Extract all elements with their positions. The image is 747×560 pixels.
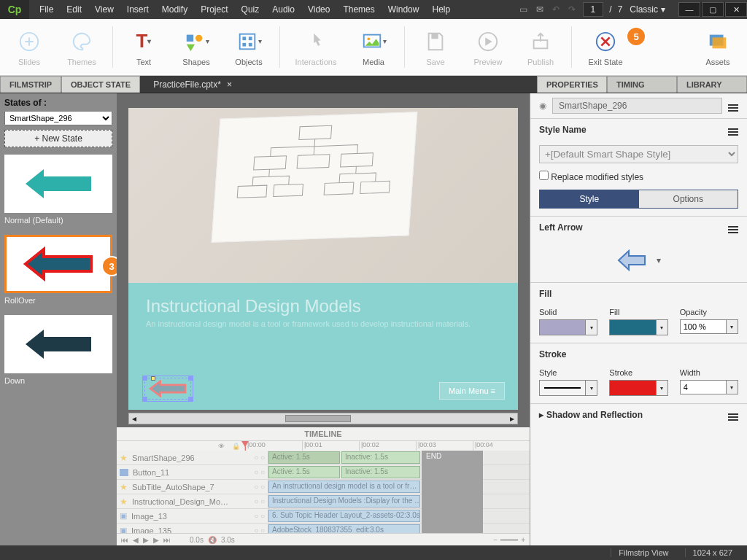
stroke-color-swatch[interactable]: ▾ xyxy=(609,380,667,396)
fill-swatch[interactable]: ▾ xyxy=(609,319,667,335)
close-button[interactable]: ✕ xyxy=(725,2,747,17)
menu-help[interactable]: Help xyxy=(426,1,456,18)
tab-style[interactable]: Style xyxy=(540,190,639,208)
object-name-field[interactable]: SmartShape_296 xyxy=(552,98,722,114)
workspace-switcher[interactable]: Classic▾ xyxy=(622,4,673,15)
timeline-row[interactable]: ▣Image_13○ ○ 6. Sub Topic Header Layout_… xyxy=(117,509,530,524)
ribbon-exit-state[interactable]: Exit State 5 xyxy=(576,20,635,74)
menu-video[interactable]: Video xyxy=(302,1,336,18)
menu-themes[interactable]: Themes xyxy=(337,1,380,18)
timeline-panel: TIMELINE 👁🔒 |00:00 |00:01 |00:02 |00:03 … xyxy=(117,427,530,545)
svg-rect-22 xyxy=(254,156,287,170)
svg-rect-7 xyxy=(242,42,246,46)
stage-title-band: Instructional Design Models An instructi… xyxy=(128,283,518,410)
timeline-title: TIMELINE xyxy=(117,427,530,441)
state-thumb-normal[interactable] xyxy=(4,155,112,213)
center-area: Instructional Design Models An instructi… xyxy=(117,93,530,545)
zoom-out-icon[interactable]: − xyxy=(493,536,498,544)
svg-rect-27 xyxy=(324,182,354,195)
svg-rect-5 xyxy=(242,36,246,40)
page-current[interactable]: 1 xyxy=(583,2,604,17)
zoom-in-icon[interactable]: + xyxy=(521,536,525,544)
lock-icon[interactable]: 🔒 xyxy=(232,443,240,450)
timeline-row[interactable]: ★Instructional_Design_Mo…○ ○ Instruction… xyxy=(117,494,530,509)
ribbon-preview[interactable]: Preview xyxy=(462,20,514,74)
playhead[interactable] xyxy=(245,441,246,451)
titlebar: Cp File Edit View Insert Modify Project … xyxy=(0,0,747,19)
object-state-panel: States of : SmartShape_296 + New State N… xyxy=(0,93,117,545)
ribbon-objects[interactable]: ▾Objects xyxy=(222,20,275,74)
app-logo: Cp xyxy=(0,0,29,19)
maximize-button[interactable]: ▢ xyxy=(702,2,724,17)
solid-swatch[interactable]: ▾ xyxy=(539,319,597,335)
eye-icon[interactable]: 👁 xyxy=(218,443,225,450)
layout-icon[interactable]: ▭ xyxy=(519,4,527,15)
undo-icon[interactable]: ↶ xyxy=(552,4,560,15)
timeline-row[interactable]: Button_11○ ○ Active: 1.5sInactive: 1.5s xyxy=(117,465,530,480)
timeline-row[interactable]: ★SubTitle_AutoShape_7○ ○ An instructiona… xyxy=(117,480,530,494)
tl-play-icon[interactable]: ▶ xyxy=(143,536,149,544)
ribbon-interactions[interactable]: Interactions xyxy=(285,20,347,74)
stage-h-scrollbar[interactable]: ◂▸ xyxy=(128,413,518,424)
notepad-graphic xyxy=(212,112,418,242)
ribbon-shapes[interactable]: ▾Shapes xyxy=(170,20,222,74)
tab-options[interactable]: Options xyxy=(639,190,738,208)
stroke-style-select[interactable]: ▾ xyxy=(539,380,597,396)
menu-file[interactable]: File xyxy=(34,1,59,18)
states-of-label: States of : xyxy=(4,98,112,108)
menu-project[interactable]: Project xyxy=(195,1,233,18)
menu-view[interactable]: View xyxy=(89,1,120,18)
ribbon-text[interactable]: T▾Text xyxy=(117,20,170,74)
document-tabs-row: FILMSTRIP OBJECT STATE PracticeFile.cptx… xyxy=(0,76,747,93)
ribbon-save[interactable]: Save xyxy=(409,20,462,74)
tl-prev-icon[interactable]: ◀ xyxy=(133,536,139,544)
style-name-select[interactable]: +[Default Smart Shape Style] xyxy=(539,145,738,163)
shape-picker-dropdown[interactable]: ▾ xyxy=(657,255,661,265)
file-tab[interactable]: PracticeFile.cptx* × xyxy=(146,76,239,93)
tl-last-icon[interactable]: ⏭ xyxy=(163,536,171,544)
mail-icon[interactable]: ✉ xyxy=(536,4,543,15)
panel-menu-icon[interactable] xyxy=(728,410,738,420)
timeline-row[interactable]: ▣Image_135○ ○ AdobeStock_180837355_edit:… xyxy=(117,524,530,533)
visibility-icon[interactable]: ◉ xyxy=(539,101,546,111)
ribbon-assets[interactable]: Assets xyxy=(692,20,744,74)
menu-edit[interactable]: Edit xyxy=(61,1,88,18)
opacity-input[interactable]: ▾ xyxy=(680,319,738,334)
ribbon-slides[interactable]: Slides xyxy=(3,20,55,74)
svg-rect-28 xyxy=(360,181,390,193)
stage[interactable]: Instructional Design Models An instructi… xyxy=(128,108,518,410)
menu-audio[interactable]: Audio xyxy=(266,1,301,18)
menu-window[interactable]: Window xyxy=(382,1,425,18)
selected-shape-arrow[interactable] xyxy=(144,378,191,400)
tl-mute-icon[interactable]: 🔇 xyxy=(208,536,217,544)
ribbon-media[interactable]: ▾Media xyxy=(347,20,400,74)
redo-icon[interactable]: ↷ xyxy=(568,4,576,15)
tab-object-state[interactable]: OBJECT STATE xyxy=(61,76,140,93)
panel-menu-icon[interactable] xyxy=(728,125,738,135)
tab-filmstrip[interactable]: FILMSTRIP xyxy=(0,76,61,93)
menu-modify[interactable]: Modify xyxy=(156,1,193,18)
minimize-button[interactable]: — xyxy=(678,2,700,17)
shadow-section[interactable]: ▸ Shadow and Reflection xyxy=(530,403,747,426)
main-menu-button[interactable]: Main Menu ≡ xyxy=(439,382,505,400)
menu-insert[interactable]: Insert xyxy=(121,1,155,18)
tl-first-icon[interactable]: ⏮ xyxy=(121,536,128,544)
ribbon-publish[interactable]: Publish xyxy=(514,20,567,74)
tl-next-icon[interactable]: ▶ xyxy=(153,536,159,544)
new-state-button[interactable]: + New State xyxy=(4,130,112,147)
tab-timing[interactable]: TIMING xyxy=(607,76,677,93)
ribbon-themes[interactable]: Themes xyxy=(55,20,108,74)
panel-menu-icon[interactable] xyxy=(728,101,738,111)
state-thumb-rollover[interactable]: 3 xyxy=(4,235,112,293)
state-thumb-down[interactable] xyxy=(4,315,112,373)
panel-menu-icon[interactable] xyxy=(728,222,738,233)
state-object-select[interactable]: SmartShape_296 xyxy=(4,111,112,125)
menu-quiz[interactable]: Quiz xyxy=(236,1,266,18)
tab-library[interactable]: LIBRARY xyxy=(677,76,747,93)
tab-properties[interactable]: PROPERTIES xyxy=(537,76,607,93)
replace-styles-checkbox[interactable]: Replace modified styles xyxy=(539,172,643,182)
svg-rect-17 xyxy=(713,37,727,48)
timeline-row[interactable]: ★SmartShape_296○ ○ Active: 1.5sInactive:… xyxy=(117,451,530,465)
close-file-icon[interactable]: × xyxy=(227,79,232,90)
stroke-width-input[interactable]: ▾ xyxy=(680,380,738,394)
